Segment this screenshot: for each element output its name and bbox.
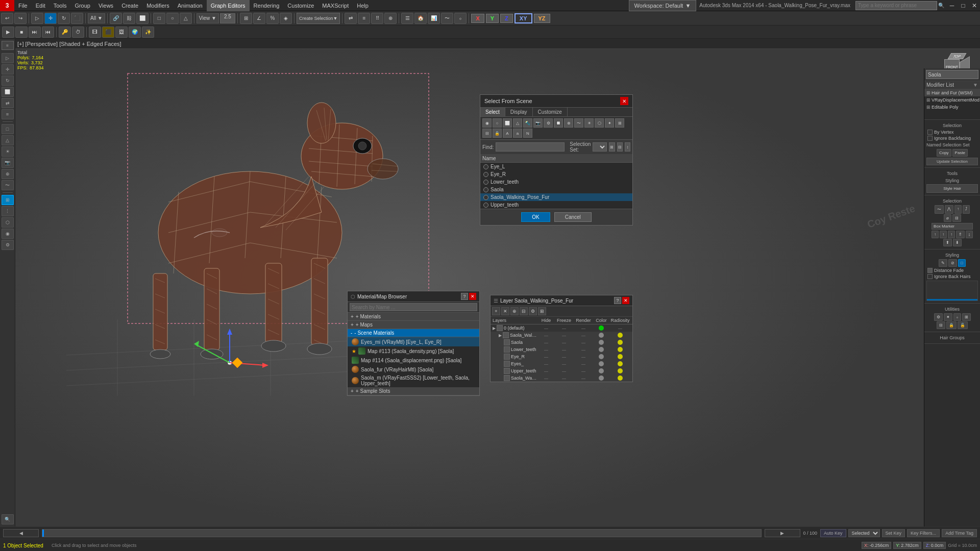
layer-check-saola-fur[interactable] xyxy=(503,332,509,338)
render-val-3[interactable]: — xyxy=(574,347,593,352)
modifier-hair-fur[interactable]: ⊞ Hair and Fur (WSM) xyxy=(924,89,980,96)
create-light[interactable]: ☀ xyxy=(2,146,14,157)
distance-fade-checkbox[interactable] xyxy=(927,268,933,273)
dt-btn-16[interactable]: 🔒 xyxy=(493,129,502,138)
render-val-2[interactable]: — xyxy=(574,340,593,345)
tab-select[interactable]: Select xyxy=(480,108,505,116)
hide-val-0[interactable]: — xyxy=(538,326,554,331)
schema-btn[interactable]: ⬦ xyxy=(454,13,467,24)
dt-btn-6[interactable]: 📷 xyxy=(533,118,543,128)
layer-del-btn[interactable]: ✕ xyxy=(501,307,509,315)
sel-set-dropdown[interactable] xyxy=(593,142,607,152)
axis-y-btn[interactable]: Y xyxy=(486,14,499,23)
layer-row-eyes[interactable]: Eyes_ — — — xyxy=(491,360,632,367)
key-filters-btn[interactable]: Key Filters... xyxy=(907,529,940,537)
size-input[interactable]: 2.5 xyxy=(220,13,235,23)
layer-check-eyes[interactable] xyxy=(504,361,510,367)
style-active[interactable]: □ xyxy=(958,259,966,267)
style-hair-btn[interactable]: Style Hair xyxy=(926,184,978,193)
snap-percent-btn[interactable]: % xyxy=(266,13,279,24)
paste-btn[interactable]: Paste xyxy=(952,149,968,157)
layer-check-eye-r[interactable] xyxy=(504,354,510,360)
helpers-tool[interactable]: ⊕ xyxy=(2,169,14,179)
create-geo[interactable]: △ xyxy=(2,135,14,145)
align-btn[interactable]: ≡ xyxy=(358,13,370,24)
step-fwd-btn[interactable]: ⏭ xyxy=(29,27,41,38)
mat-item-saola-m[interactable]: Saola_m (VRayFastSSS2) [Lower_teeth, Sao… xyxy=(348,374,479,387)
menu-rendering[interactable]: Rendering xyxy=(250,0,284,11)
workspace-dropdown[interactable]: Workspace: Default ▼ xyxy=(629,0,697,11)
motion-panel[interactable]: ⬡ xyxy=(2,217,14,228)
play-btn[interactable]: ▶ xyxy=(2,27,14,38)
view-dropdown[interactable]: View ▼ xyxy=(197,13,219,23)
menu-file[interactable]: File xyxy=(14,0,32,11)
list-item-eye-l[interactable]: Eye_L xyxy=(480,163,632,170)
layer-close-btn[interactable]: ✕ xyxy=(622,297,629,304)
track-btn[interactable]: 📊 xyxy=(428,13,440,24)
rotate-tool[interactable]: ↻ xyxy=(2,76,14,86)
hair-btn-3[interactable]: ↑ xyxy=(948,231,955,238)
material-search-input[interactable] xyxy=(350,303,477,311)
list-item-eye-r[interactable]: Eye_R xyxy=(480,170,632,178)
env-btn[interactable]: 🌍 xyxy=(129,27,141,38)
create-shapes[interactable]: □ xyxy=(2,124,14,134)
close-button[interactable]: ✕ xyxy=(969,0,980,11)
search-input[interactable] xyxy=(855,1,937,10)
cube-top[interactable]: TOP xyxy=(948,53,967,59)
freeze-val-1[interactable]: — xyxy=(555,333,573,338)
mat-item-displacement[interactable]: Map #114 (Saola_displacement.png) [Saola… xyxy=(348,356,479,365)
select-btn[interactable]: ▷ xyxy=(31,13,43,24)
color-val-4[interactable] xyxy=(594,354,609,359)
dt-btn-4[interactable]: △ xyxy=(513,118,522,128)
mat-item-fur[interactable]: Saola_fur (VRayHairMtl) [Saola] xyxy=(348,365,479,374)
freeze-val-3[interactable]: — xyxy=(555,347,573,352)
box-marker-dropdown[interactable]: Box Marker xyxy=(932,223,973,230)
layer-btn[interactable]: ☰ xyxy=(401,13,413,24)
hair-btn-1[interactable]: ↑ xyxy=(932,231,939,238)
freeze-val-5[interactable]: — xyxy=(555,362,573,366)
scene-btn[interactable]: 🏠 xyxy=(414,13,427,24)
snap-3d-btn[interactable]: ⊞ xyxy=(240,13,252,24)
color-val-3[interactable] xyxy=(594,347,609,352)
sel-shape-2[interactable]: ⋀ xyxy=(945,205,953,214)
materials-section[interactable]: + + Materials xyxy=(348,313,479,321)
render-frame-btn[interactable]: 🖼 xyxy=(115,27,128,38)
tab-display[interactable]: Display xyxy=(505,108,533,116)
render-val-5[interactable]: — xyxy=(574,362,593,366)
list-item-upper-teeth[interactable]: Upper_teeth xyxy=(480,201,632,209)
dt-btn-14[interactable]: ⊞ xyxy=(615,118,624,128)
layer-check-saola-pose[interactable] xyxy=(504,375,510,381)
menu-animation[interactable]: Animation xyxy=(174,0,207,11)
unlink-btn[interactable]: ⛓ xyxy=(123,13,135,24)
hide-val-3[interactable]: — xyxy=(538,347,554,352)
rad-val-3[interactable] xyxy=(610,347,630,352)
mat-help-btn[interactable]: ? xyxy=(461,293,468,300)
copy-btn[interactable]: Copy xyxy=(937,149,951,157)
by-vertex-checkbox[interactable] xyxy=(927,130,933,135)
scene-materials-section[interactable]: - - Scene Materials xyxy=(348,329,479,337)
add-time-tag-btn[interactable]: Add Time Tag xyxy=(942,529,977,537)
spacing-btn[interactable]: ⠿ xyxy=(371,13,383,24)
util-btn-1[interactable]: ⚙ xyxy=(934,313,943,321)
hierarchy-panel[interactable]: ⋮ xyxy=(2,206,14,216)
ignore-back-hairs-checkbox[interactable] xyxy=(927,274,933,279)
style-brush-2[interactable]: ⊘ xyxy=(948,259,957,267)
layer-check-default[interactable] xyxy=(497,325,503,331)
layer-prop-btn[interactable]: ⚙ xyxy=(529,307,537,315)
rad-val-7[interactable] xyxy=(610,375,630,381)
zoom-in[interactable]: 🔍 xyxy=(2,514,14,524)
layer-check-saola[interactable] xyxy=(504,339,510,345)
tab-customize[interactable]: Customize xyxy=(533,108,568,116)
sel-shape-4[interactable]: ⤴ xyxy=(963,205,970,214)
menu-tools[interactable]: Tools xyxy=(50,0,71,11)
display-panel[interactable]: ◉ xyxy=(2,229,14,239)
hide-val-5[interactable]: — xyxy=(538,362,554,366)
utilities-panel[interactable]: ⚙ xyxy=(2,240,14,250)
rad-val-4[interactable] xyxy=(610,354,630,359)
find-input[interactable] xyxy=(496,142,565,152)
dialog-close-btn[interactable]: ✕ xyxy=(620,97,628,105)
undo-btn[interactable]: ↩ xyxy=(1,13,13,24)
dt-btn-15[interactable]: ⊟ xyxy=(482,129,492,138)
hair-btn-6[interactable]: ⬆ xyxy=(943,239,952,246)
menu-maxscript[interactable]: MAXScript xyxy=(318,0,353,11)
